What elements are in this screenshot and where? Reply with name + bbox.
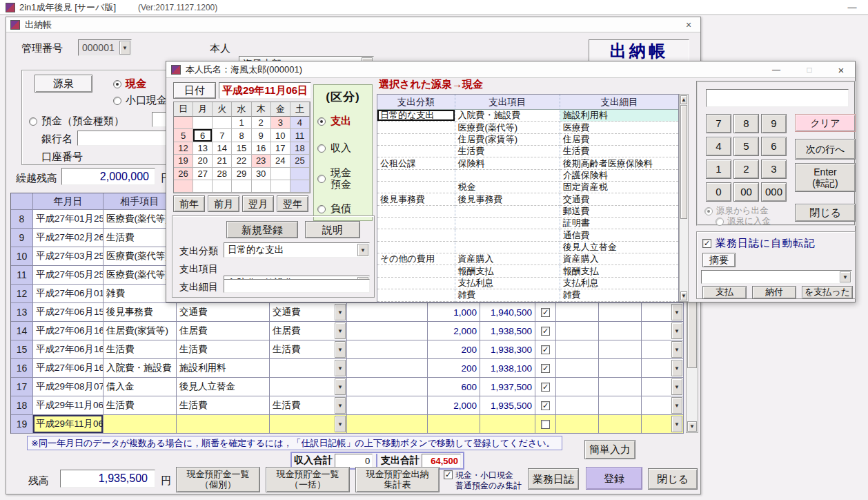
sub-item-cell[interactable]	[177, 415, 270, 434]
calendar-day[interactable]: 13	[193, 142, 213, 155]
chevron-down-icon[interactable]: ▼	[335, 360, 346, 376]
calendar-day[interactable]: 30	[252, 168, 271, 180]
numpad-key-9[interactable]: 9	[761, 114, 787, 133]
numpad-key-4[interactable]: 4	[706, 137, 731, 156]
close-icon[interactable]: ×	[681, 19, 696, 31]
calendar-day[interactable]: 20	[193, 155, 213, 167]
sub-item-cell[interactable]: 住居費	[177, 322, 270, 340]
calendar-day[interactable]: 14	[213, 142, 232, 155]
bank-input[interactable]	[77, 131, 169, 146]
category-cell[interactable]	[377, 265, 455, 277]
category-cell[interactable]: 後期高齢者医療保険料	[560, 157, 678, 169]
close-icon[interactable]: ×	[831, 64, 851, 76]
calendar-day[interactable]: 11	[290, 129, 310, 142]
balance-cell[interactable]: 1,938,300	[480, 340, 535, 359]
category-cell[interactable]: 保険料	[455, 157, 560, 169]
checkbox-icon[interactable]: ✓	[541, 364, 550, 373]
category-cell[interactable]: 医療費(薬代等)	[455, 122, 560, 133]
numpad-key-2[interactable]: 2	[733, 160, 759, 179]
sub-item-cell[interactable]: 生活費	[177, 340, 270, 359]
category-cell[interactable]: 公租公課	[377, 157, 455, 169]
category-cell[interactable]	[377, 206, 455, 218]
category-row[interactable]: 日常的な支出入院費・施設費施設利用料	[377, 110, 678, 122]
date-cell[interactable]: 平成29年11月06日	[33, 396, 103, 415]
category-cell[interactable]: 報酬支払	[560, 265, 678, 277]
calendar-day[interactable]: 29	[232, 168, 251, 180]
category-cell[interactable]	[377, 278, 455, 289]
expense-cell[interactable]: 2,000	[428, 396, 480, 415]
memo-cell[interactable]: ▼	[642, 359, 684, 378]
numpad-key-3[interactable]: 3	[761, 160, 787, 179]
category-row[interactable]: 雑費雑費	[377, 289, 678, 301]
register-button[interactable]: 登録	[586, 467, 642, 490]
memo-cell[interactable]: ▼	[642, 322, 684, 340]
category-cell[interactable]: 住居費(家賃等)	[455, 134, 560, 146]
chevron-down-icon[interactable]: ▼	[335, 378, 346, 395]
calendar-day[interactable]: 23	[252, 155, 271, 167]
calendar-day[interactable]: 3	[271, 117, 290, 129]
calendar-day[interactable]: 22	[232, 155, 251, 167]
checkbox-icon[interactable]: ✓	[444, 470, 453, 479]
balance-cell[interactable]: 1,935,500	[480, 396, 535, 415]
calendar-day[interactable]: 16	[252, 142, 271, 155]
nofu-button[interactable]: 納付	[752, 286, 796, 299]
radio-debt-icon[interactable]	[317, 205, 326, 213]
new-register-button[interactable]: 新規登録	[226, 221, 298, 238]
close-button[interactable]: 閉じる	[648, 468, 698, 490]
chevron-down-icon[interactable]: ▼	[335, 323, 346, 339]
item-cell[interactable]: 生活費	[103, 396, 177, 415]
memo-cell[interactable]	[599, 322, 642, 340]
chevron-down-icon[interactable]: ▼	[671, 304, 682, 320]
category-row[interactable]: 医療費(薬代等)医療費	[377, 122, 678, 133]
category-cell[interactable]: その他の費用	[377, 253, 455, 265]
income-cell[interactable]	[347, 378, 428, 396]
radio-petty-cash[interactable]: 小口現金	[113, 94, 167, 107]
category-cell[interactable]: 後見事務費	[377, 193, 455, 205]
scroll-up-icon[interactable]: ▲	[680, 95, 687, 104]
carryover-input[interactable]: 2,000,000	[61, 168, 155, 185]
category-cell[interactable]	[377, 229, 455, 241]
radio-withdraw-icon[interactable]	[704, 207, 713, 215]
calendar-day[interactable]: 7	[213, 129, 232, 142]
checkbox-icon[interactable]: ✓	[541, 308, 550, 317]
radio-income[interactable]: 収入	[317, 142, 368, 155]
calendar-day[interactable]: 24	[271, 155, 290, 167]
item-cell[interactable]: 入院費・施設費	[103, 359, 177, 378]
expense-cell[interactable]: 2,000	[428, 322, 480, 340]
category-row[interactable]: 報酬支払報酬支払	[377, 265, 678, 277]
memo-cell[interactable]	[599, 340, 642, 359]
next-month-button[interactable]: 翌月	[242, 195, 274, 212]
kanri-combo[interactable]: 000001 ▼	[78, 39, 132, 56]
category-cell[interactable]	[455, 242, 560, 253]
category-combo[interactable]: 日常的な支出 ▼	[224, 242, 370, 258]
chevron-down-icon[interactable]: ▼	[335, 304, 346, 320]
calendar-day[interactable]: 6	[193, 129, 213, 142]
memo-cell[interactable]	[599, 303, 642, 322]
numpad-key-000[interactable]: 000	[761, 182, 787, 202]
prev-year-button[interactable]: 前年	[173, 195, 205, 212]
memo-cell[interactable]: ▼	[642, 415, 684, 434]
expense-cell[interactable]: 600	[428, 378, 480, 396]
detail-cell[interactable]: ▼	[270, 359, 347, 378]
detail-cell[interactable]: ▼	[270, 378, 347, 396]
category-cell[interactable]	[377, 218, 455, 229]
chevron-down-icon[interactable]: ▼	[119, 41, 130, 55]
chevron-down-icon[interactable]: ▼	[357, 244, 368, 256]
description-button[interactable]: 説明	[305, 221, 360, 238]
maximize-icon[interactable]: □	[800, 64, 819, 76]
item-cell[interactable]: 住居費(家賃等)	[103, 322, 177, 340]
confirm-checkbox[interactable]: ✓	[535, 322, 556, 340]
memo-cell[interactable]	[599, 378, 642, 396]
income-cell[interactable]	[347, 303, 428, 322]
calendar-day[interactable]: 18	[290, 142, 310, 155]
date-cell[interactable]: 平成27年02月26日	[33, 229, 103, 247]
calendar-day[interactable]: 5	[174, 129, 193, 142]
radio-expense-icon[interactable]	[317, 117, 326, 126]
category-cell[interactable]	[377, 170, 455, 182]
calendar-day[interactable]: 21	[213, 155, 232, 167]
detail-input[interactable]	[224, 279, 370, 293]
category-cell[interactable]: 交通費	[560, 193, 678, 205]
paid-button[interactable]: を支払った	[802, 286, 853, 299]
calendar-day[interactable]: 2	[252, 117, 271, 129]
category-cell[interactable]: 資産購入	[560, 253, 678, 265]
